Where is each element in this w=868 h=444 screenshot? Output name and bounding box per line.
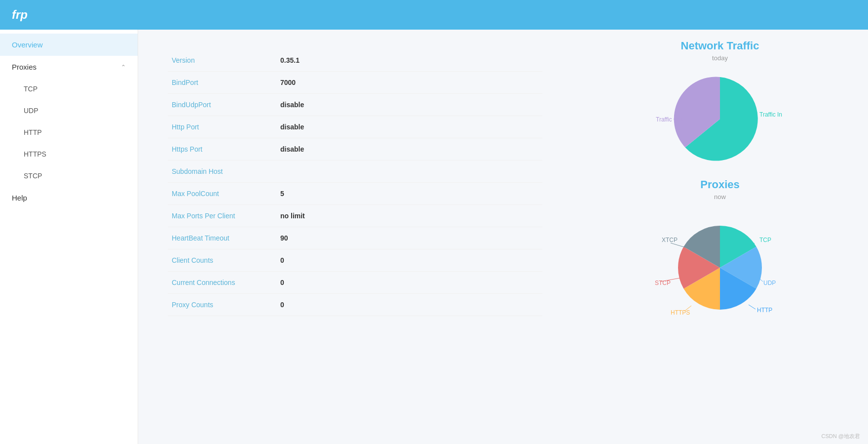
info-value: disable	[276, 94, 542, 116]
info-table: Version0.35.1BindPort7000BindUdpPortdisa…	[168, 49, 542, 316]
info-label: Max Ports Per Client	[168, 205, 276, 227]
info-value: 0	[276, 294, 542, 316]
charts-panel: Network Traffic today Traffic Out Traffi…	[572, 30, 868, 444]
sidebar-item-https[interactable]: HTTPS	[0, 143, 138, 165]
table-row: Http Portdisable	[168, 116, 542, 138]
table-row: HeartBeat Timeout90	[168, 227, 542, 249]
main-layout: Overview Proxies ⌃ TCP UDP HTTP HTTPS ST…	[0, 30, 868, 444]
info-label: Max PoolCount	[168, 183, 276, 205]
sidebar-item-tcp-label: TCP	[24, 85, 38, 93]
sidebar-item-https-label: HTTPS	[24, 150, 46, 158]
info-label: BindPort	[168, 72, 276, 94]
network-traffic-title: Network Traffic	[681, 40, 759, 52]
network-traffic-section: Network Traffic today Traffic Out Traffi…	[592, 40, 848, 168]
sidebar-item-help[interactable]: Help	[0, 187, 138, 209]
network-traffic-svg: Traffic Out Traffic In	[641, 70, 799, 168]
traffic-out-label: Traffic Out	[656, 116, 683, 123]
sidebar-item-proxies-label: Proxies	[12, 63, 37, 71]
table-row: Current Connections0	[168, 272, 542, 294]
info-value: 90	[276, 227, 542, 249]
proxies-chart-section: Proxies now	[592, 178, 848, 327]
table-row: Version0.35.1	[168, 49, 542, 72]
sidebar-item-http-label: HTTP	[24, 128, 42, 136]
sidebar-item-stcp-label: STCP	[24, 172, 42, 180]
tcp-label: TCP	[759, 237, 771, 243]
info-value: 7000	[276, 72, 542, 94]
table-row: Subdomain Host	[168, 161, 542, 183]
info-value: 5	[276, 183, 542, 205]
sidebar-item-overview-label: Overview	[12, 40, 43, 49]
table-row: Https Portdisable	[168, 138, 542, 161]
sidebar-item-udp-label: UDP	[24, 107, 38, 115]
info-label: Current Connections	[168, 272, 276, 294]
udp-label: UDP	[763, 280, 776, 286]
info-label: Http Port	[168, 116, 276, 138]
table-row: Max PoolCount5	[168, 183, 542, 205]
stcp-label: STCP	[655, 280, 671, 286]
info-value	[276, 161, 542, 183]
table-row: Client Counts0	[168, 249, 542, 272]
info-label: BindUdpPort	[168, 94, 276, 116]
sidebar-item-help-label: Help	[12, 194, 27, 202]
info-value: no limit	[276, 205, 542, 227]
info-label: HeartBeat Timeout	[168, 227, 276, 249]
http-line	[749, 305, 755, 309]
sidebar-item-proxies[interactable]: Proxies ⌃	[0, 56, 138, 78]
network-traffic-subtitle: today	[712, 54, 728, 62]
proxies-chart-title: Proxies	[700, 178, 740, 191]
footer-text: CSDN @地农君	[822, 433, 860, 439]
traffic-in-label: Traffic In	[759, 111, 782, 118]
info-value: 0	[276, 272, 542, 294]
app-header: frp	[0, 0, 868, 30]
sidebar: Overview Proxies ⌃ TCP UDP HTTP HTTPS ST…	[0, 30, 138, 444]
info-label: Version	[168, 49, 276, 72]
table-row: BindPort7000	[168, 72, 542, 94]
sidebar-item-tcp[interactable]: TCP	[0, 78, 138, 100]
network-traffic-chart: Traffic Out Traffic In	[641, 70, 799, 168]
app-title: frp	[12, 8, 28, 22]
info-panel: Version0.35.1BindPort7000BindUdpPortdisa…	[138, 30, 572, 444]
info-value: disable	[276, 138, 542, 161]
http-label: HTTP	[757, 307, 772, 314]
info-value: disable	[276, 116, 542, 138]
proxies-chart: TCP UDP HTTP HTTPS STCP XTCP	[641, 208, 799, 327]
sidebar-item-http[interactable]: HTTP	[0, 121, 138, 143]
https-label: HTTPS	[671, 309, 690, 316]
xtcp-label: XTCP	[662, 237, 678, 243]
proxies-svg: TCP UDP HTTP HTTPS STCP XTCP	[641, 208, 799, 327]
chevron-up-icon: ⌃	[121, 64, 126, 71]
info-label: Subdomain Host	[168, 161, 276, 183]
info-label: Client Counts	[168, 249, 276, 272]
main-content: Version0.35.1BindPort7000BindUdpPortdisa…	[138, 30, 868, 444]
info-label: Https Port	[168, 138, 276, 161]
sidebar-item-stcp[interactable]: STCP	[0, 165, 138, 187]
info-value: 0	[276, 249, 542, 272]
info-value: 0.35.1	[276, 49, 542, 72]
table-row: Max Ports Per Clientno limit	[168, 205, 542, 227]
sidebar-item-overview[interactable]: Overview	[0, 34, 138, 56]
proxies-chart-subtitle: now	[714, 193, 726, 201]
table-row: BindUdpPortdisable	[168, 94, 542, 116]
footer: CSDN @地农君	[822, 433, 860, 440]
table-row: Proxy Counts0	[168, 294, 542, 316]
sidebar-item-udp[interactable]: UDP	[0, 100, 138, 121]
info-label: Proxy Counts	[168, 294, 276, 316]
